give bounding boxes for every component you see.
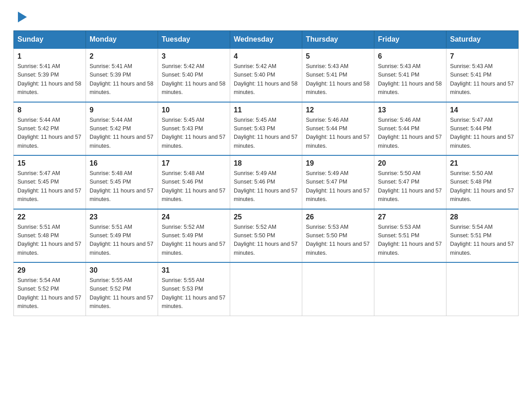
day-info: Sunrise: 5:52 AMSunset: 5:49 PMDaylight:… bbox=[162, 223, 226, 258]
logo bbox=[13, 9, 29, 21]
day-info: Sunrise: 5:53 AMSunset: 5:51 PMDaylight:… bbox=[378, 223, 442, 258]
day-number: 13 bbox=[378, 106, 442, 114]
calendar-cell: 3Sunrise: 5:42 AMSunset: 5:40 PMDaylight… bbox=[158, 48, 230, 102]
day-info: Sunrise: 5:46 AMSunset: 5:44 PMDaylight:… bbox=[306, 116, 370, 151]
calendar-table: SundayMondayTuesdayWednesdayThursdayFrid… bbox=[13, 30, 519, 316]
day-number: 18 bbox=[234, 159, 298, 167]
day-number: 19 bbox=[306, 159, 370, 167]
calendar-cell: 23Sunrise: 5:51 AMSunset: 5:49 PMDayligh… bbox=[86, 209, 158, 263]
calendar-cell: 22Sunrise: 5:51 AMSunset: 5:48 PMDayligh… bbox=[14, 209, 86, 263]
calendar-cell: 12Sunrise: 5:46 AMSunset: 5:44 PMDayligh… bbox=[302, 102, 374, 156]
calendar-cell: 7Sunrise: 5:43 AMSunset: 5:41 PMDaylight… bbox=[446, 48, 519, 102]
calendar-cell: 18Sunrise: 5:49 AMSunset: 5:46 PMDayligh… bbox=[230, 155, 302, 209]
calendar-cell: 2Sunrise: 5:41 AMSunset: 5:39 PMDaylight… bbox=[86, 48, 158, 102]
day-number: 27 bbox=[378, 213, 442, 221]
day-number: 6 bbox=[378, 52, 442, 60]
calendar-cell bbox=[230, 262, 302, 316]
day-number: 2 bbox=[90, 52, 154, 60]
weekday-header-friday: Friday bbox=[374, 31, 446, 49]
day-number: 16 bbox=[90, 159, 154, 167]
calendar-cell: 19Sunrise: 5:49 AMSunset: 5:47 PMDayligh… bbox=[302, 155, 374, 209]
day-info: Sunrise: 5:43 AMSunset: 5:41 PMDaylight:… bbox=[378, 62, 442, 97]
day-number: 22 bbox=[17, 213, 82, 221]
weekday-header-sunday: Sunday bbox=[14, 31, 86, 49]
day-number: 31 bbox=[162, 266, 226, 274]
week-row-3: 15Sunrise: 5:47 AMSunset: 5:45 PMDayligh… bbox=[14, 155, 519, 209]
day-number: 1 bbox=[17, 52, 82, 60]
calendar-cell: 24Sunrise: 5:52 AMSunset: 5:49 PMDayligh… bbox=[158, 209, 230, 263]
calendar-cell: 31Sunrise: 5:55 AMSunset: 5:53 PMDayligh… bbox=[158, 262, 230, 316]
weekday-header-thursday: Thursday bbox=[302, 31, 374, 49]
logo-arrow-icon bbox=[14, 10, 29, 24]
day-number: 28 bbox=[450, 213, 515, 221]
day-number: 10 bbox=[162, 106, 226, 114]
week-row-4: 22Sunrise: 5:51 AMSunset: 5:48 PMDayligh… bbox=[14, 209, 519, 263]
day-info: Sunrise: 5:50 AMSunset: 5:48 PMDaylight:… bbox=[450, 169, 515, 204]
day-info: Sunrise: 5:54 AMSunset: 5:52 PMDaylight:… bbox=[17, 276, 82, 311]
calendar-cell: 10Sunrise: 5:45 AMSunset: 5:43 PMDayligh… bbox=[158, 102, 230, 156]
day-info: Sunrise: 5:48 AMSunset: 5:45 PMDaylight:… bbox=[90, 169, 154, 204]
calendar-cell: 8Sunrise: 5:44 AMSunset: 5:42 PMDaylight… bbox=[14, 102, 86, 156]
day-info: Sunrise: 5:48 AMSunset: 5:46 PMDaylight:… bbox=[162, 169, 226, 204]
day-number: 26 bbox=[306, 213, 370, 221]
day-number: 25 bbox=[234, 213, 298, 221]
calendar-cell: 6Sunrise: 5:43 AMSunset: 5:41 PMDaylight… bbox=[374, 48, 446, 102]
day-info: Sunrise: 5:41 AMSunset: 5:39 PMDaylight:… bbox=[17, 62, 82, 97]
day-number: 9 bbox=[90, 106, 154, 114]
day-info: Sunrise: 5:44 AMSunset: 5:42 PMDaylight:… bbox=[17, 116, 82, 151]
calendar-cell: 28Sunrise: 5:54 AMSunset: 5:51 PMDayligh… bbox=[446, 209, 519, 263]
calendar-cell: 17Sunrise: 5:48 AMSunset: 5:46 PMDayligh… bbox=[158, 155, 230, 209]
calendar-cell: 14Sunrise: 5:47 AMSunset: 5:44 PMDayligh… bbox=[446, 102, 519, 156]
day-number: 20 bbox=[378, 159, 442, 167]
day-number: 29 bbox=[17, 266, 82, 274]
day-number: 15 bbox=[17, 159, 82, 167]
day-number: 23 bbox=[90, 213, 154, 221]
calendar-cell bbox=[446, 262, 519, 316]
week-row-1: 1Sunrise: 5:41 AMSunset: 5:39 PMDaylight… bbox=[14, 48, 519, 102]
calendar-cell bbox=[302, 262, 374, 316]
day-number: 14 bbox=[450, 106, 515, 114]
day-info: Sunrise: 5:45 AMSunset: 5:43 PMDaylight:… bbox=[234, 116, 298, 151]
calendar-cell: 16Sunrise: 5:48 AMSunset: 5:45 PMDayligh… bbox=[86, 155, 158, 209]
day-info: Sunrise: 5:49 AMSunset: 5:47 PMDaylight:… bbox=[306, 169, 370, 204]
day-info: Sunrise: 5:43 AMSunset: 5:41 PMDaylight:… bbox=[450, 62, 515, 97]
calendar-cell: 1Sunrise: 5:41 AMSunset: 5:39 PMDaylight… bbox=[14, 48, 86, 102]
day-info: Sunrise: 5:46 AMSunset: 5:44 PMDaylight:… bbox=[378, 116, 442, 151]
page-header bbox=[13, 9, 519, 21]
week-row-5: 29Sunrise: 5:54 AMSunset: 5:52 PMDayligh… bbox=[14, 262, 519, 316]
day-info: Sunrise: 5:55 AMSunset: 5:52 PMDaylight:… bbox=[90, 276, 154, 311]
day-number: 30 bbox=[90, 266, 154, 274]
day-info: Sunrise: 5:47 AMSunset: 5:44 PMDaylight:… bbox=[450, 116, 515, 151]
day-number: 21 bbox=[450, 159, 515, 167]
weekday-header-saturday: Saturday bbox=[446, 31, 519, 49]
day-number: 11 bbox=[234, 106, 298, 114]
calendar-cell: 15Sunrise: 5:47 AMSunset: 5:45 PMDayligh… bbox=[14, 155, 86, 209]
day-info: Sunrise: 5:51 AMSunset: 5:48 PMDaylight:… bbox=[17, 223, 82, 258]
calendar-cell: 26Sunrise: 5:53 AMSunset: 5:50 PMDayligh… bbox=[302, 209, 374, 263]
calendar-cell: 25Sunrise: 5:52 AMSunset: 5:50 PMDayligh… bbox=[230, 209, 302, 263]
day-number: 4 bbox=[234, 52, 298, 60]
calendar-cell: 5Sunrise: 5:43 AMSunset: 5:41 PMDaylight… bbox=[302, 48, 374, 102]
day-number: 17 bbox=[162, 159, 226, 167]
day-number: 5 bbox=[306, 52, 370, 60]
day-info: Sunrise: 5:49 AMSunset: 5:46 PMDaylight:… bbox=[234, 169, 298, 204]
day-info: Sunrise: 5:44 AMSunset: 5:42 PMDaylight:… bbox=[90, 116, 154, 151]
weekday-header-monday: Monday bbox=[86, 31, 158, 49]
week-row-2: 8Sunrise: 5:44 AMSunset: 5:42 PMDaylight… bbox=[14, 102, 519, 156]
day-info: Sunrise: 5:42 AMSunset: 5:40 PMDaylight:… bbox=[162, 62, 226, 97]
calendar-cell: 11Sunrise: 5:45 AMSunset: 5:43 PMDayligh… bbox=[230, 102, 302, 156]
day-info: Sunrise: 5:50 AMSunset: 5:47 PMDaylight:… bbox=[378, 169, 442, 204]
calendar-cell bbox=[374, 262, 446, 316]
day-info: Sunrise: 5:53 AMSunset: 5:50 PMDaylight:… bbox=[306, 223, 370, 258]
calendar-cell: 30Sunrise: 5:55 AMSunset: 5:52 PMDayligh… bbox=[86, 262, 158, 316]
weekday-header-row: SundayMondayTuesdayWednesdayThursdayFrid… bbox=[14, 31, 519, 49]
calendar-cell: 27Sunrise: 5:53 AMSunset: 5:51 PMDayligh… bbox=[374, 209, 446, 263]
weekday-header-wednesday: Wednesday bbox=[230, 31, 302, 49]
day-info: Sunrise: 5:45 AMSunset: 5:43 PMDaylight:… bbox=[162, 116, 226, 151]
day-number: 12 bbox=[306, 106, 370, 114]
day-number: 7 bbox=[450, 52, 515, 60]
day-info: Sunrise: 5:51 AMSunset: 5:49 PMDaylight:… bbox=[90, 223, 154, 258]
day-number: 24 bbox=[162, 213, 226, 221]
day-number: 3 bbox=[162, 52, 226, 60]
day-info: Sunrise: 5:54 AMSunset: 5:51 PMDaylight:… bbox=[450, 223, 515, 258]
